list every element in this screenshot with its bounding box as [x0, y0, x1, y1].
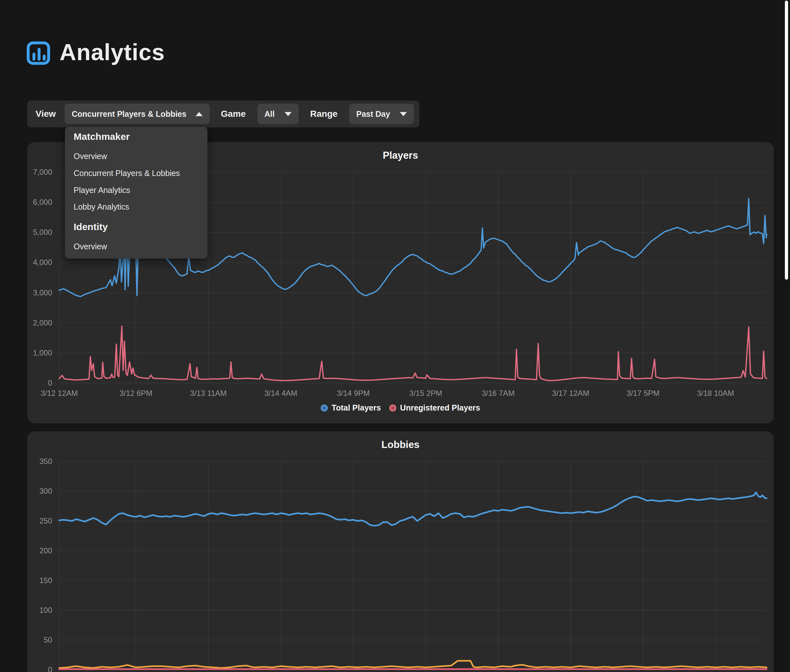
svg-text:350: 350 — [39, 457, 52, 466]
page-title: Analytics — [59, 39, 165, 65]
chevron-up-icon — [195, 112, 203, 116]
svg-text:3/14 9PM: 3/14 9PM — [337, 389, 370, 397]
svg-text:0: 0 — [48, 379, 52, 387]
svg-text:3/17 5PM: 3/17 5PM — [627, 389, 660, 397]
menu-item-lobby-analytics[interactable]: Lobby Analytics — [74, 202, 199, 211]
menu-item-matchmaker-overview[interactable]: Overview — [74, 152, 199, 161]
menu-item-identity-overview[interactable]: Overview — [74, 242, 199, 251]
svg-text:3/15 2PM: 3/15 2PM — [409, 389, 442, 397]
view-dropdown-menu: Matchmaker Overview Concurrent Players &… — [65, 127, 207, 259]
svg-text:3/18 10AM: 3/18 10AM — [697, 389, 734, 397]
svg-text:2,000: 2,000 — [33, 318, 52, 327]
svg-text:150: 150 — [39, 576, 52, 585]
toolbar: View Concurrent Players & Lobbies Game A… — [27, 101, 419, 127]
chevron-down-icon — [285, 112, 292, 116]
svg-text:3,000: 3,000 — [33, 288, 52, 297]
game-select-value: All — [264, 109, 275, 119]
range-select-value: Past Day — [356, 109, 390, 119]
svg-text:0: 0 — [48, 665, 52, 672]
game-select[interactable]: All — [257, 104, 299, 124]
legend-dot-icon — [321, 405, 328, 411]
vertical-scrollbar-thumb[interactable] — [785, 1, 788, 280]
svg-text:6,000: 6,000 — [33, 198, 52, 206]
svg-text:4,000: 4,000 — [33, 258, 52, 267]
menu-section-header-identity: Identity — [74, 221, 199, 232]
legend-dot-icon — [389, 405, 396, 411]
menu-item-player-analytics[interactable]: Player Analytics — [74, 186, 199, 195]
range-select[interactable]: Past Day — [349, 104, 414, 124]
svg-text:5,000: 5,000 — [33, 228, 52, 237]
svg-text:3/16 7AM: 3/16 7AM — [482, 389, 515, 397]
menu-item-concurrent-players-lobbies[interactable]: Concurrent Players & Lobbies — [74, 169, 199, 178]
svg-text:3/12 6PM: 3/12 6PM — [119, 389, 152, 397]
svg-text:1,000: 1,000 — [33, 349, 52, 357]
bar-chart-icon — [26, 41, 51, 65]
view-select[interactable]: Concurrent Players & Lobbies — [65, 104, 210, 124]
svg-text:7,000: 7,000 — [33, 168, 52, 176]
legend-label: Unregistered Players — [400, 403, 480, 413]
lobbies-chart-card: Lobbies 350300250200150100500 — [27, 431, 774, 672]
svg-text:200: 200 — [39, 546, 52, 555]
players-chart-legend: Total PlayersUnregistered Players — [27, 403, 774, 413]
view-select-value: Concurrent Players & Lobbies — [72, 109, 186, 119]
svg-text:3/12 12AM: 3/12 12AM — [41, 389, 78, 397]
legend-item[interactable]: Total Players — [321, 403, 381, 413]
lobbies-chart-plot[interactable]: 350300250200150100500 — [27, 431, 774, 672]
range-label: Range — [310, 101, 338, 127]
svg-text:50: 50 — [43, 635, 52, 644]
svg-text:3/13 11AM: 3/13 11AM — [190, 389, 227, 397]
svg-text:300: 300 — [39, 487, 52, 495]
legend-item[interactable]: Unregistered Players — [389, 403, 480, 413]
analytics-page: Analytics View Concurrent Players & Lobb… — [0, 0, 790, 672]
game-label: Game — [221, 101, 246, 127]
view-label: View — [35, 101, 56, 127]
menu-section-header-matchmaker: Matchmaker — [74, 131, 199, 142]
svg-text:3/14 4AM: 3/14 4AM — [264, 389, 297, 397]
svg-text:100: 100 — [39, 606, 52, 614]
legend-label: Total Players — [332, 403, 381, 413]
chevron-down-icon — [400, 112, 407, 116]
svg-text:3/17 12AM: 3/17 12AM — [552, 389, 589, 397]
svg-text:250: 250 — [39, 517, 52, 525]
